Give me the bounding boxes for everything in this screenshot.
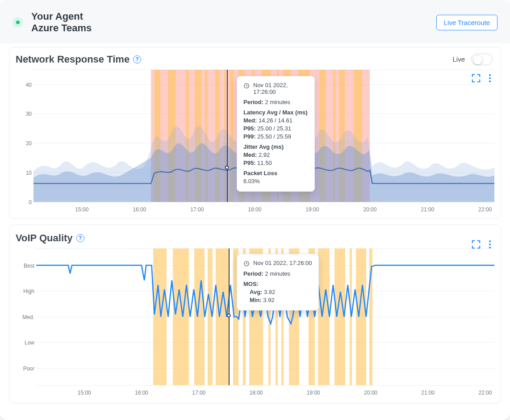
status-indicator-icon (13, 17, 23, 28)
x-tick: 18:00 (248, 206, 261, 213)
x-axis: 15:00 16:00 17:00 18:00 19:00 20:00 21:0… (36, 385, 494, 396)
x-tick: 15:00 (75, 206, 88, 213)
tooltip-min-value: 3.92 (263, 297, 274, 303)
tooltip-min-label: Min: (250, 297, 262, 303)
tooltip-p95-label: P95: (243, 125, 255, 132)
voip-chart[interactable]: Best High Med. Low Poor (16, 248, 494, 396)
chart-toolbar (471, 239, 493, 250)
x-tick: 16:00 (135, 390, 148, 396)
tooltip-timestamp: Nov 01 2022, 17:26:00 (253, 82, 308, 95)
tooltip-jmed-label: Med: (243, 151, 257, 158)
clock-icon (243, 260, 250, 267)
tooltip-med-label: Med: (243, 117, 257, 124)
tooltip-p95-value: 25.00 / 25.31 (257, 125, 291, 132)
expand-icon[interactable] (471, 73, 481, 83)
tooltip-timestamp: Nov 01 2022, 17:26:00 (253, 260, 312, 266)
y-tick: High (17, 288, 34, 294)
y-tick: Best (17, 263, 34, 269)
x-tick: 21:00 (421, 206, 434, 213)
x-tick: 22:00 (478, 390, 492, 396)
chart-toolbar (471, 72, 493, 84)
x-tick: 20:00 (363, 206, 376, 213)
live-toggle[interactable] (471, 54, 493, 65)
live-label: Live (452, 55, 465, 63)
panel-title: Network Response Time ? (16, 54, 141, 65)
tooltip-p99-label: P99: (243, 133, 255, 140)
tooltip-p99-value: 25.50 / 25.59 (257, 133, 291, 140)
tooltip-period-value: 2 minutes (265, 99, 290, 105)
chart-wrap: Best High Med. Low Poor (9, 247, 501, 401)
live-traceroute-button[interactable]: Live Traceroute (436, 15, 497, 30)
chart-tooltip: Nov 01 2022, 17:26:00 Period: 2 minutes … (237, 76, 315, 192)
tooltip-avg-label: Avg: (250, 289, 262, 295)
y-tick: 0 (17, 199, 32, 206)
x-tick: 19:00 (305, 206, 319, 213)
x-tick: 19:00 (307, 390, 320, 396)
x-tick: 17:00 (192, 390, 205, 396)
x-tick: 21:00 (421, 390, 435, 396)
x-tick: 17:00 (190, 206, 204, 213)
tooltip-latency-heading: Latency Avg / Max (ms) (243, 109, 308, 116)
expand-icon[interactable] (471, 239, 481, 249)
y-tick: 30 (17, 111, 32, 117)
tooltip-jp95-label: P95: (243, 160, 255, 166)
y-tick: Poor (17, 365, 34, 372)
y-tick: Low (17, 340, 34, 346)
network-chart[interactable]: 40 30 20 10 0 (16, 70, 494, 213)
tooltip-jitter-heading: Jitter Avg (ms) (243, 143, 308, 150)
x-tick: 16:00 (133, 206, 146, 213)
agent-block: Your Agent Azure Teams (13, 11, 92, 34)
tooltip-mos-heading: MOS: (243, 281, 312, 287)
tooltip-avg-value: 3.92 (264, 289, 275, 295)
panel-header: Network Response Time ? Live (9, 47, 501, 68)
x-tick: 15:00 (78, 390, 91, 396)
help-icon[interactable]: ? (76, 234, 84, 242)
more-icon[interactable] (487, 239, 493, 250)
more-icon[interactable] (487, 72, 493, 84)
chart-tooltip: Nov 01 2022, 17:26:00 Period: 2 minutes … (237, 254, 319, 311)
chart-wrap: 40 30 20 10 0 (9, 68, 501, 218)
cursor-dot (226, 313, 230, 317)
y-tick: Med. (17, 314, 34, 320)
y-tick: 10 (17, 170, 32, 176)
help-icon[interactable]: ? (133, 55, 141, 63)
tooltip-pl-value: 6.03% (243, 178, 308, 185)
clock-icon (243, 83, 250, 89)
agent-name: Azure Teams (31, 22, 92, 34)
y-tick: 40 (17, 82, 32, 88)
panel-title-text: VoIP Quality (16, 232, 73, 244)
panel-controls: Live (452, 54, 493, 65)
x-tick: 22:00 (478, 206, 492, 213)
top-bar: Your Agent Azure Teams Live Traceroute (0, 0, 510, 43)
panel-header: VoIP Quality ? (9, 225, 501, 247)
tooltip-period-label: Period: (243, 270, 263, 277)
panel-title-text: Network Response Time (16, 54, 130, 65)
tooltip-med-value: 14.26 / 14.61 (259, 117, 293, 124)
x-tick: 20:00 (364, 390, 377, 396)
panel-title: VoIP Quality ? (16, 232, 84, 244)
x-axis: 15:00 16:00 17:00 18:00 19:00 20:00 21:0… (33, 202, 494, 213)
tooltip-jmed-value: 2.92 (259, 151, 270, 158)
app-frame: Your Agent Azure Teams Live Traceroute N… (0, 0, 510, 420)
y-tick: 20 (17, 140, 32, 147)
tooltip-jp95-value: 11.50 (257, 160, 272, 166)
x-tick: 18:00 (249, 390, 263, 396)
tooltip-period-value: 2 minutes (265, 270, 290, 277)
panel-network-response-time: Network Response Time ? Live 40 (9, 47, 501, 218)
tooltip-period-label: Period: (243, 99, 263, 105)
cursor-dot (225, 165, 229, 169)
tooltip-pl-heading: Packet Loss (243, 170, 308, 176)
panel-voip-quality: VoIP Quality ? Best High Med. Low Po (9, 225, 501, 403)
your-agent-label: Your Agent (31, 11, 92, 22)
cursor-line (227, 70, 228, 202)
agent-titles: Your Agent Azure Teams (31, 11, 92, 34)
